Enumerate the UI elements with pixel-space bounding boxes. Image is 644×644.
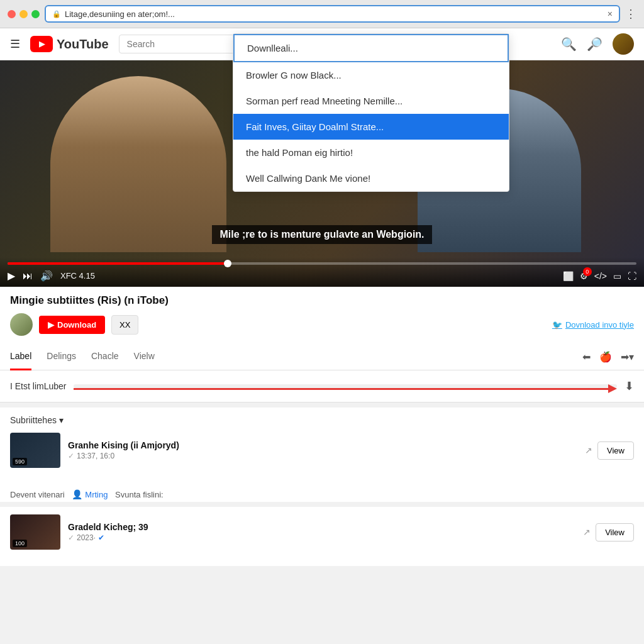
fullscreen-button[interactable]: ⛶ [628, 271, 636, 281]
video-progress-bar[interactable] [8, 262, 636, 265]
search-alt-icon[interactable]: 🔎 [587, 36, 602, 52]
subtitles-button[interactable]: ⬜ [563, 271, 574, 281]
time-code: XFC 4.15 [60, 271, 95, 280]
download-button[interactable]: ▶ Download [39, 316, 105, 334]
suggestion-title-0: Granhe Kising (ii Amjoryd) [68, 440, 577, 450]
video-progress-dot [224, 260, 231, 267]
twitter-icon: 🐦 [552, 320, 562, 330]
prev-tab-button[interactable]: ⬅ [582, 351, 591, 363]
youtube-logo: ▶ YouTube [30, 36, 109, 52]
suggestion-action-1: ↗ Vilew [583, 523, 634, 541]
dropdown-item-4[interactable]: the hald Poman eig hirtio! [233, 140, 509, 165]
arrow-line [74, 388, 608, 390]
tab-label[interactable]: Label [10, 343, 31, 370]
video-title: Mingie subtiittes (Ris) (n iTobe) [10, 294, 634, 307]
video-progress-fill [8, 262, 228, 265]
controls-row: ▶ ⏭ 🔊 XFC 4.15 ⬜ ⚙ 0 </> ▭ ⛶ [8, 270, 636, 282]
play-icon-small: ▶ [48, 320, 54, 330]
suggestion-view-button-0[interactable]: View [597, 441, 634, 460]
suggestion-meta-0: ✓ 13:37, 16:0 [68, 452, 577, 460]
suggestion-section-2: 100 Gradeld Kicheg; 39 ✓ 2023· ✔ ↗ Vilew [0, 507, 644, 566]
close-window-button[interactable] [8, 10, 16, 18]
minimize-window-button[interactable] [19, 10, 28, 18]
dropdown-item-5[interactable]: Well Callwing Dank Me vione! [233, 165, 509, 191]
xx-button[interactable]: XX [111, 315, 138, 335]
download-arrow-icon[interactable]: ⬇ [625, 379, 634, 393]
dropdown-menu: Downlleali... Browler G now Black... Sor… [233, 33, 509, 192]
tab-chacle[interactable]: Chacle [91, 343, 119, 370]
twitter-share-link[interactable]: 🐦 Dovnload invo tiyle [552, 320, 634, 330]
youtube-logo-text: YouTube [57, 37, 109, 52]
youtube-header: ☰ ▶ YouTube 🔍 🔎 Downlleali... Browler G … [0, 28, 644, 60]
progress-track [74, 384, 617, 388]
lock-icon: 🔒 [52, 10, 61, 18]
suggestions-label: Subriittehes [10, 415, 57, 425]
suggestion-item-1: 100 Gradeld Kicheg; 39 ✓ 2023· ✔ ↗ Vilew [10, 514, 634, 550]
suggestion-meta-1: ✓ 2023· ✔ [68, 533, 575, 542]
browser-chrome: 🔒 Litage,desuniing en ater;om!... × ⋮ [0, 0, 644, 28]
divider-link[interactable]: Mrting [85, 490, 108, 499]
address-text: Litage,desuniing en ater;om!... [65, 9, 604, 19]
notification-badge: 0 [583, 267, 592, 276]
progress-label: I Etst limLuber [10, 381, 66, 391]
subtitle-text: Mile ;re to is menture gulavte an Webgio… [212, 225, 431, 244]
suggestion-info-1: Gradeld Kicheg; 39 ✓ 2023· ✔ [68, 522, 575, 542]
tabs-row: Label Delings Chacle Vielw ⬅ 🍎 ➡▾ [0, 343, 644, 370]
tab-vielw[interactable]: Vielw [134, 343, 155, 370]
suggestion-title-1: Gradeld Kicheg; 39 [68, 522, 575, 532]
header-icons: 🔍 🔎 [561, 33, 634, 55]
download-label: Download [57, 320, 96, 330]
verified-check-icon: ✔ [98, 533, 104, 542]
settings-button[interactable]: ⚙ 0 [580, 271, 588, 281]
suggestions-section: Subriittehes ▾ 590 Granhe Kising (ii Amj… [0, 408, 644, 484]
suggestion-badge-0: 590 [13, 458, 27, 465]
suggestion-thumbnail-0: 590 [10, 433, 60, 468]
dropdown-item-1[interactable]: Browler G now Black... [233, 62, 509, 88]
dropdown-item-2[interactable]: Sorman perf read Mneeting Nemille... [233, 88, 509, 114]
play-button[interactable]: ▶ [8, 270, 15, 282]
suggestion-action-0: ↗ View [585, 441, 634, 460]
subtitle-bar: Mile ;re to is menture gulavte an Webgio… [0, 220, 644, 249]
video-actions: ▶ Download XX 🐦 Dovnload invo tiyle [10, 313, 634, 336]
video-controls: ▶ ⏭ 🔊 XFC 4.15 ⬜ ⚙ 0 </> ▭ ⛶ [0, 257, 644, 287]
tab-delings[interactable]: Delings [47, 343, 76, 370]
volume-button[interactable]: 🔊 [40, 270, 53, 282]
suggestion-info-0: Granhe Kising (ii Amjoryd) ✓ 13:37, 16:0 [68, 440, 577, 460]
suggestion-verified-icon-1: ✓ [68, 533, 74, 542]
address-bar[interactable]: 🔒 Litage,desuniing en ater;om!... × [45, 5, 620, 23]
dropdown-item-3[interactable]: Fait Inves, Giitay Doalml Strate... [233, 114, 509, 140]
code-button[interactable]: </> [594, 271, 607, 281]
dropdown-item-0[interactable]: Downlleali... [233, 34, 509, 62]
channel-thumbnail [10, 313, 33, 336]
video-info: Mingie subtiittes (Ris) (n iTobe) ▶ Down… [0, 287, 644, 343]
progress-red-arrow [74, 384, 617, 393]
avatar[interactable] [613, 33, 634, 55]
divider-suffix: Svunta fislini: [115, 490, 164, 499]
twitter-link-text: Dovnload invo tiyle [565, 320, 634, 330]
maximize-window-button[interactable] [31, 10, 40, 18]
next-button[interactable]: ⏭ [23, 270, 33, 282]
hamburger-menu-button[interactable]: ☰ [10, 37, 20, 51]
right-controls: ⬜ ⚙ 0 </> ▭ ⛶ [563, 271, 636, 281]
suggestion-thumbnail-1: 100 [10, 514, 60, 550]
progress-section: I Etst limLuber ⬇ [0, 370, 644, 402]
tabs-navigation: ⬅ 🍎 ➡▾ [582, 351, 634, 363]
next-tab-button[interactable]: ➡▾ [621, 351, 634, 363]
suggestion-arrow-icon-1: ↗ [583, 527, 591, 537]
person-icon: 👤 [72, 489, 82, 499]
youtube-play-icon: ▶ [30, 36, 53, 52]
divider-prefix: Devent vitenari [10, 490, 65, 499]
suggestion-arrow-icon: ↗ [585, 445, 592, 455]
suggestion-verified-icon-0: ✓ [68, 452, 74, 460]
search-icon[interactable]: 🔍 [561, 36, 577, 52]
more-options-icon[interactable]: ⋮ [625, 7, 636, 21]
suggestion-view-button-1[interactable]: Vilew [596, 523, 634, 541]
more-tab-button[interactable]: 🍎 [599, 351, 612, 363]
suggestion-item-0: 590 Granhe Kising (ii Amjoryd) ✓ 13:37, … [10, 433, 634, 468]
suggestions-header[interactable]: Subriittehes ▾ [10, 415, 634, 425]
theater-mode-button[interactable]: ▭ [613, 271, 621, 281]
close-tab-button[interactable]: × [608, 9, 613, 19]
suggestion-badge-1: 100 [13, 540, 27, 547]
suggestions-dropdown-icon: ▾ [59, 415, 64, 425]
suggestion-meta-text-1: 2023· [77, 533, 96, 542]
